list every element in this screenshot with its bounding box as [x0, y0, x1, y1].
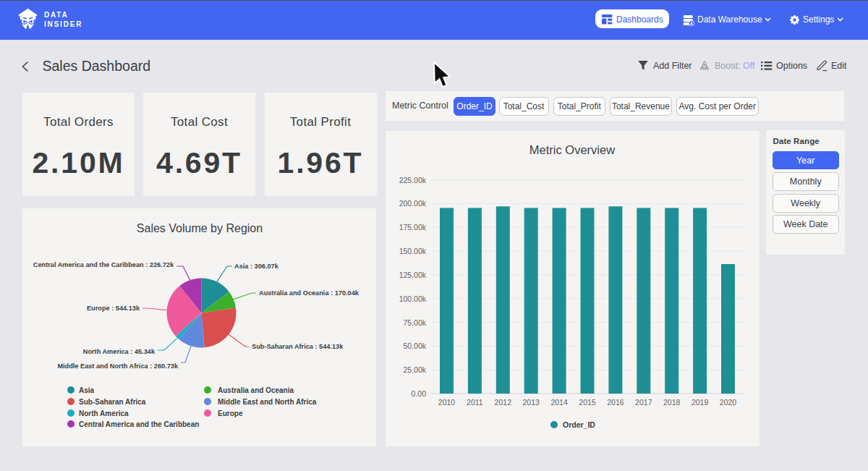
svg-text:150.00k: 150.00k — [399, 247, 427, 255]
svg-text:2020: 2020 — [720, 398, 737, 407]
svg-text:North America : 45.34k: North America : 45.34k — [83, 348, 156, 355]
svg-text:225.00k: 225.00k — [399, 176, 427, 184]
svg-text:Sales Volume by Region: Sales Volume by Region — [137, 222, 263, 234]
svg-text:2018: 2018 — [663, 398, 681, 407]
svg-text:2012: 2012 — [495, 398, 512, 407]
svg-text:2010: 2010 — [438, 398, 456, 407]
svg-text:Sub-Saharan Africa : 544.13k: Sub-Saharan Africa : 544.13k — [252, 343, 344, 350]
svg-text:2016: 2016 — [607, 398, 624, 407]
svg-text:Europe: Europe — [218, 410, 243, 417]
svg-text:Asia: Asia — [79, 386, 95, 394]
svg-text:75.00k: 75.00k — [403, 318, 426, 327]
svg-text:Europe : 544.13k: Europe : 544.13k — [87, 305, 140, 312]
svg-text:2014: 2014 — [550, 398, 568, 407]
svg-text:Metric Overview: Metric Overview — [529, 143, 615, 156]
svg-text:2019: 2019 — [692, 398, 709, 407]
svg-text:2011: 2011 — [467, 398, 483, 407]
svg-text:50.00k: 50.00k — [403, 341, 426, 350]
svg-text:Australia and Oceania: Australia and Oceania — [218, 386, 294, 394]
svg-text:125.00k: 125.00k — [399, 271, 427, 279]
svg-text:100.00k: 100.00k — [399, 294, 427, 303]
svg-text:Asia : 306.07k: Asia : 306.07k — [234, 263, 279, 270]
svg-text:Order_ID: Order_ID — [563, 420, 595, 429]
svg-text:2013: 2013 — [523, 398, 540, 407]
svg-text:0.00: 0.00 — [412, 389, 427, 398]
svg-text:Australia and Oceania : 170.04: Australia and Oceania : 170.04k — [259, 289, 359, 297]
svg-text:North America: North America — [79, 410, 129, 417]
svg-text:Middle East and North Africa: Middle East and North Africa — [218, 398, 317, 406]
svg-text:2015: 2015 — [579, 398, 596, 407]
svg-text:175.00k: 175.00k — [399, 223, 427, 232]
svg-text:Sub-Saharan Africa: Sub-Saharan Africa — [79, 398, 146, 406]
svg-text:Central America and the Caribb: Central America and the Caribbean — [79, 420, 199, 428]
svg-text:Middle East and North Africa :: Middle East and North Africa : 260.73k — [57, 362, 179, 370]
svg-text:2017: 2017 — [635, 398, 652, 407]
svg-text:200.00k: 200.00k — [399, 199, 427, 208]
svg-text:25.00k: 25.00k — [403, 365, 426, 374]
svg-text:Central America and the Caribb: Central America and the Caribbean : 226.… — [33, 261, 174, 268]
